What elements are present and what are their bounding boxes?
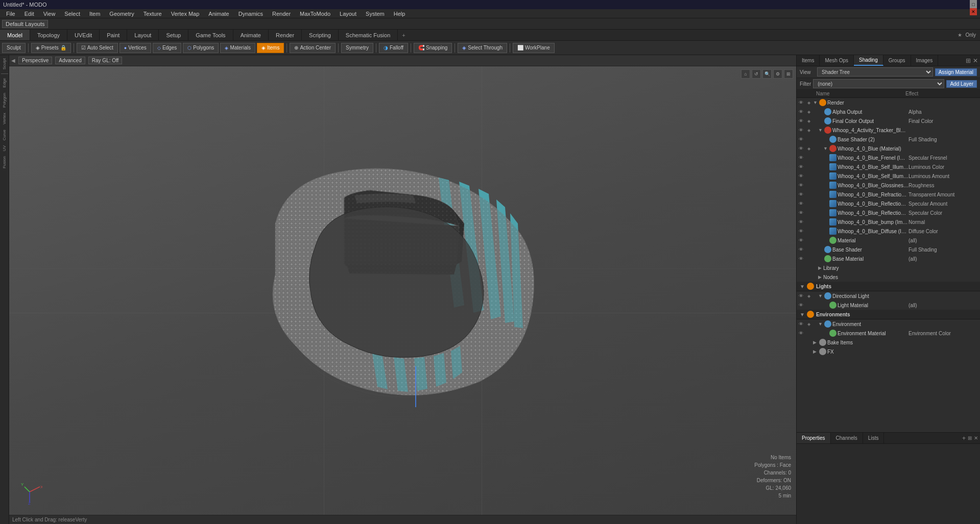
tab-setup[interactable]: Setup [159,30,188,40]
tree-item-env-mat[interactable]: 👁 Environment Material Environment Color [797,329,980,338]
falloff-button[interactable]: ◑ Falloff [379,43,408,53]
tree-item-self-illum1[interactable]: 👁 Whoop_4_0_Blue_Self_Illumination ( Lum… [797,162,980,171]
tree-item-dir-light[interactable]: 👁 ◈ ▼ Directional Light [797,291,980,301]
tree-item-fx[interactable]: ▶ FX [797,347,980,356]
expand-dirlight[interactable]: ▼ [818,293,823,298]
props-expand-icon[interactable]: ⊞ [968,435,972,441]
layout-dropdown[interactable]: Default Layouts [2,20,48,28]
menu-render[interactable]: Render [268,10,295,17]
vertices-button[interactable]: ● Vertices [119,43,151,53]
3d-viewport[interactable]: ⌂ ↺ 🔍 ⚙ ⊞ X Y Z No Items P [9,66,796,515]
expand-lights[interactable]: ▼ [800,284,805,289]
assign-material-button[interactable]: Assign Material [935,68,977,76]
tree-item-environment[interactable]: 👁 ◈ ▼ Environment [797,319,980,329]
expand-lib[interactable]: ▶ [818,265,823,270]
expand-whoop[interactable]: ▼ [818,128,823,133]
render-dirlight[interactable]: ◈ [805,292,813,300]
expand-fx[interactable]: ▶ [813,349,818,354]
tree-item-material[interactable]: 👁 Material (all) [797,236,980,245]
tree-item-reflect2[interactable]: 👁 Whoop_4_0_Blue_Reflection (Image) Spec… [797,208,980,217]
menu-select[interactable]: Select [60,10,84,17]
expand-bake[interactable]: ▶ [813,340,818,345]
render-alpha[interactable]: ◈ [805,108,813,116]
menu-geometry[interactable]: Geometry [105,10,138,17]
panel-close-icon[interactable]: ✕ [973,57,978,64]
workplane-button[interactable]: ⬜ WorkPlane [513,43,555,53]
panel-expand-icon[interactable]: ⊞ [966,57,971,64]
render-wm[interactable]: ◈ [805,144,813,153]
section-lights[interactable]: ▼ Lights [797,282,980,291]
tree-item-fresnel[interactable]: 👁 Whoop_4_0_Blue_Frenel (Image) Specular… [797,153,980,162]
tab-render[interactable]: Render [269,30,302,40]
items-button[interactable]: ◈ Items [257,43,284,53]
render-final[interactable]: ◈ [805,117,813,125]
expand-nodes[interactable]: ▶ [818,275,823,280]
tree-item-gloss[interactable]: 👁 Whoop_4_0_Blue_Glossiness (Image) Roug… [797,181,980,190]
menu-edit[interactable]: Edit [20,10,38,17]
materials-button[interactable]: ◈ Materials [220,43,255,53]
presets-button[interactable]: ◈ Presets 🔒 [31,43,71,53]
viewport-perspective-button[interactable]: Perspective [18,57,52,64]
vp-home-button[interactable]: ⌂ [741,69,750,79]
menu-maxtomodo[interactable]: MaxToModo [296,10,334,17]
eye-diff[interactable]: 👁 [797,227,805,235]
tree-item-bump[interactable]: 👁 Whoop_4_0_Blue_bump (Image) Normal [797,217,980,227]
expand-wm[interactable]: ▼ [823,146,828,151]
tree-item-nodes[interactable]: ▶ Nodes [797,272,980,282]
tree-item-diffuse[interactable]: 👁 Whoop_4_0_Blue_Diffuse (Image) Diffuse… [797,227,980,236]
tree-item-whoop-material[interactable]: 👁 ◈ ▼ Whoop_4_0_Blue (Material) [797,144,980,153]
menu-item[interactable]: Item [85,10,104,17]
menu-file[interactable]: File [2,10,19,17]
vp-expand-button[interactable]: ⊞ [784,69,793,79]
vp-zoom-button[interactable]: 🔍 [762,69,772,79]
view-select[interactable]: Shader Tree [817,67,933,77]
filter-select[interactable]: (none) [813,79,944,88]
eye-baseshader[interactable]: 👁 [797,245,805,254]
eye-final[interactable]: 👁 [797,117,805,125]
props-tab-channels[interactable]: Channels [831,433,863,443]
tree-item-bake[interactable]: ▶ Bake Items [797,338,980,347]
viewport-raygl-button[interactable]: Ray GL: Off [88,57,123,64]
props-close-icon[interactable]: ✕ [974,435,978,441]
expand-env[interactable]: ▼ [818,321,823,327]
menu-animate[interactable]: Animate [204,10,233,17]
tree-item-refrac[interactable]: 👁 Whoop_4_0_Blue_Refraction (Image) Tran… [797,190,980,199]
vp-refresh-button[interactable]: ↺ [752,69,761,79]
tree-item-base-shader[interactable]: 👁 Base Shader Full Shading [797,245,980,254]
eye-envmat[interactable]: 👁 [797,329,805,337]
tab-schematic-fusion[interactable]: Schematic Fusion [339,30,398,40]
eye-si1[interactable]: 👁 [797,163,805,171]
tab-animate[interactable]: Animate [233,30,269,40]
edges-button[interactable]: ◇ Edges [153,43,181,53]
sidebar-polygon[interactable]: Polygon [2,91,7,110]
eye-alpha[interactable]: 👁 [797,108,805,116]
tree-item-reflect1[interactable]: 👁 Whoop_4_0_Blue_Reflection (Image) Spec… [797,199,980,208]
tree-item-library[interactable]: ▶ Library [797,263,980,272]
close-button[interactable]: ✕ [970,8,977,15]
eye-wm[interactable]: 👁 [797,144,805,153]
sculpt-button[interactable]: Sculpt [2,43,26,53]
tree-item-whoop-tracker[interactable]: 👁 ◈ ▼ Whoop_4_Activity_Tracker_Blue (3) … [797,126,980,135]
expand-render[interactable]: ▼ [813,100,818,105]
snapping-button[interactable]: 🧲 Snapping [414,43,452,53]
eye-ref2[interactable]: 👁 [797,209,805,217]
sidebar-vertex[interactable]: Vertex [2,111,7,127]
render-bs2[interactable] [805,135,813,143]
sidebar-sculpt[interactable]: Sculpt [2,56,7,71]
eye-mat[interactable]: 👁 [797,236,805,244]
symmetry-button[interactable]: Symmetry [341,43,373,53]
expand-envs[interactable]: ▼ [800,312,805,317]
tree-item-alpha[interactable]: 👁 ◈ Alpha Output Alpha [797,107,980,116]
tab-uvedit[interactable]: UVEdit [67,30,100,40]
menu-layout[interactable]: Layout [336,10,361,17]
props-tab-lists[interactable]: Lists [863,433,885,443]
props-tab-properties[interactable]: Properties [797,433,831,443]
panel-tab-items[interactable]: Items [797,55,820,66]
menu-dynamics[interactable]: Dynamics [234,10,267,17]
eye-si2[interactable]: 👁 [797,172,805,180]
tree-item-light-mat[interactable]: 👁 Light Material (all) [797,301,980,310]
eye-lightmat[interactable]: 👁 [797,301,805,309]
eye-basemat[interactable]: 👁 [797,255,805,263]
menu-view[interactable]: View [39,10,60,17]
tab-gametools[interactable]: Game Tools [188,30,233,40]
